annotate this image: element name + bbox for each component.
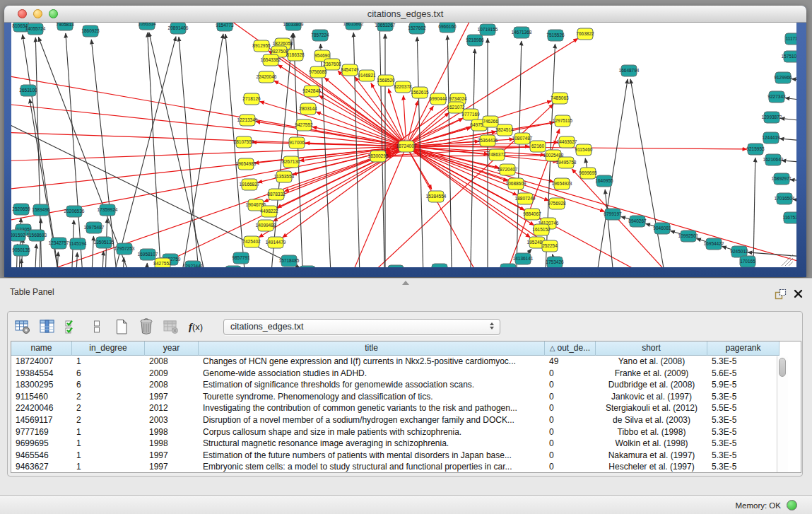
graph-node[interactable]: 19654923 xyxy=(552,178,572,189)
graph-node[interactable]: 15892971 xyxy=(772,173,792,185)
network-window-titlebar[interactable]: citations_edges.txt xyxy=(4,6,806,23)
graph-edge[interactable] xyxy=(779,139,796,145)
table-cell[interactable]: 2009 xyxy=(145,368,199,380)
graph-node[interactable]: 16543382 xyxy=(261,54,281,66)
graph-edge[interactable] xyxy=(145,263,147,267)
graph-node[interactable]: 1244419 xyxy=(762,132,780,144)
table-cell[interactable]: Wolkin et al. (1998) xyxy=(596,438,707,450)
graph-node[interactable]: 1568520 xyxy=(377,75,395,86)
column-header-pagerank[interactable]: pagerank xyxy=(707,341,779,356)
table-row[interactable]: 911546021997Tourette syndrome. Phenomeno… xyxy=(11,391,801,403)
graph-node[interactable]: 16210643 xyxy=(763,154,784,165)
graph-edge[interactable] xyxy=(753,158,755,267)
graph-node[interactable]: 1167531 xyxy=(783,212,796,223)
column-header-short[interactable]: short xyxy=(596,341,707,356)
table-cell[interactable]: 2 xyxy=(72,391,145,403)
graph-node[interactable]: 2653100 xyxy=(19,85,37,96)
graph-node[interactable]: 7425402 xyxy=(242,236,261,247)
table-cell[interactable]: Changes of HCN gene expression and I(f) … xyxy=(199,356,545,368)
table-cell[interactable]: 1998 xyxy=(145,426,199,438)
graph-edge[interactable] xyxy=(785,98,796,106)
graph-node[interactable]: 11353553 xyxy=(274,171,295,182)
table-cell[interactable]: 9465546 xyxy=(11,450,72,462)
graph-node[interactable]: 12213349 xyxy=(237,115,258,126)
graph-node[interactable]: 746266 xyxy=(483,116,498,127)
table-cell[interactable]: Genome-wide association studies in ADHD. xyxy=(199,368,545,380)
graph-node[interactable]: 1145194 xyxy=(69,238,87,250)
delete-table-icon[interactable] xyxy=(137,317,155,336)
graph-node[interactable]: 9427552 xyxy=(295,119,313,131)
table-cell[interactable]: Corpus callosum shape and size in male p… xyxy=(199,426,545,438)
table-cell[interactable]: 5.3E-5 xyxy=(707,426,779,438)
graph-node[interactable]: 8878332 xyxy=(267,189,286,200)
table-cell[interactable]: 2012 xyxy=(145,402,199,414)
graph-node[interactable]: 1562615 xyxy=(411,87,429,98)
graph-node[interactable]: 12975115 xyxy=(553,115,573,127)
graph-node[interactable]: 10992501 xyxy=(678,230,699,242)
table-cell[interactable]: Estimation of the future numbers of pati… xyxy=(199,450,545,462)
table-cell[interactable]: 1 xyxy=(72,438,145,450)
graph-node[interactable]: 252254 xyxy=(542,240,558,252)
graph-node[interactable]: 1095314 xyxy=(138,23,156,30)
table-cell[interactable]: Tourette syndrome. Phenomenology and cla… xyxy=(199,391,545,403)
table-cell[interactable]: 0 xyxy=(545,402,596,414)
table-cell[interactable]: 1998 xyxy=(145,438,199,450)
graph-node[interactable]: 17957253 xyxy=(114,243,135,255)
graph-node[interactable]: 9857791 xyxy=(232,252,250,264)
table-cell[interactable]: Dudbridge et al. (2008) xyxy=(596,379,707,391)
scrollbar-thumb[interactable] xyxy=(779,358,786,377)
graph-node[interactable]: 9115460 xyxy=(575,144,593,156)
graph-node[interactable]: 962150 xyxy=(388,265,404,267)
graph-node[interactable]: 9050135 xyxy=(12,245,30,256)
graph-node[interactable]: 111712 xyxy=(785,33,796,45)
graph-node[interactable]: 2803144 xyxy=(299,103,317,115)
graph-node[interactable]: 20206536 xyxy=(64,206,85,217)
table-cell[interactable]: Tibbo et al. (1998) xyxy=(596,426,707,438)
table-cell[interactable]: 5.3E-5 xyxy=(707,438,779,450)
graph-node[interactable]: 7663822 xyxy=(576,28,594,40)
table-cell[interactable]: 2 xyxy=(72,402,145,414)
graph-node[interactable]: 16648794 xyxy=(619,65,640,76)
graph-node[interactable]: 7857224 xyxy=(311,30,329,41)
graph-node[interactable]: 15718485 xyxy=(279,255,300,267)
graph-edge[interactable] xyxy=(406,38,578,146)
graph-node[interactable]: 7485063 xyxy=(551,93,569,104)
graph-edge[interactable] xyxy=(106,37,176,267)
table-row[interactable]: 977716911998Corpus callosum shape and si… xyxy=(11,426,801,438)
graph-edge[interactable] xyxy=(34,244,37,267)
graph-node[interactable]: 16958107 xyxy=(138,249,158,260)
graph-node[interactable]: 6799197 xyxy=(604,209,622,220)
graph-node[interactable]: 17359924 xyxy=(98,204,118,216)
graph-edge[interactable] xyxy=(780,118,796,126)
graph-edge[interactable] xyxy=(406,146,549,201)
graph-node[interactable]: 9146821 xyxy=(358,70,376,81)
graph-node[interactable]: 62160 xyxy=(530,141,546,152)
graph-node[interactable]: 9699695 xyxy=(579,168,597,179)
graph-node[interactable]: 10975487 xyxy=(84,222,105,233)
graph-edge[interactable] xyxy=(470,49,475,267)
graph-node[interactable]: 9884067 xyxy=(523,209,541,220)
table-cell[interactable]: 5.6E-5 xyxy=(707,368,779,380)
graph-node[interactable]: 11568693 xyxy=(27,230,47,241)
table-cell[interactable]: 9699695 xyxy=(11,438,72,450)
vertical-scrollbar[interactable] xyxy=(777,356,788,472)
graph-node[interactable]: 22420046 xyxy=(257,71,277,83)
table-row[interactable]: 1456911722003Disruption of a novel membe… xyxy=(11,414,801,426)
table-cell[interactable]: 0 xyxy=(545,414,596,426)
select-rows-icon[interactable] xyxy=(63,317,81,336)
graph-node[interactable]: 10719155 xyxy=(478,24,498,35)
graph-node[interactable]: 9756928 xyxy=(548,198,566,209)
table-cell[interactable]: 0 xyxy=(545,438,596,450)
graph-node[interactable]: 8912955 xyxy=(252,40,271,52)
graph-edge[interactable] xyxy=(101,251,103,267)
graph-node[interactable]: 7486372 xyxy=(488,149,506,160)
graph-node[interactable]: 15751074 xyxy=(782,51,796,62)
graph-node[interactable]: 1589496 xyxy=(32,204,50,216)
graph-edge[interactable] xyxy=(259,102,406,146)
table-cell[interactable]: Jankovic et al. (1997) xyxy=(596,391,707,403)
graph-node[interactable]: 9046081 xyxy=(653,223,671,234)
graph-node[interactable]: 917006 xyxy=(289,137,305,148)
graph-node[interactable]: 9227343 xyxy=(767,91,786,103)
graph-node[interactable]: 8267130 xyxy=(282,156,300,168)
table-cell[interactable]: 1997 xyxy=(145,461,199,473)
